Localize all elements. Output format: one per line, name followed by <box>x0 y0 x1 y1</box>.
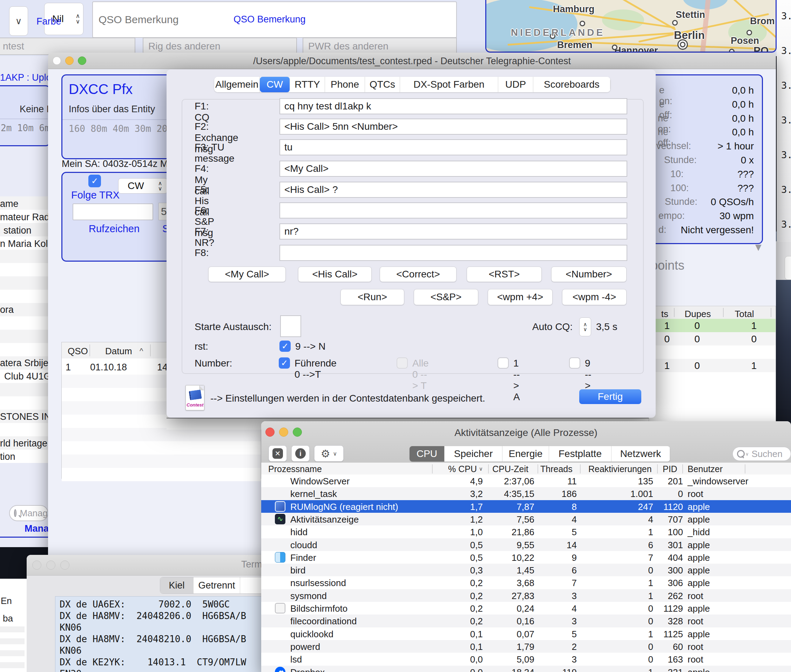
terminal-tab-getrennt[interactable]: Getrennt <box>193 577 240 594</box>
tab-dx-spot-farben[interactable]: DX-Spot Farben <box>400 77 498 92</box>
qso-remark-label[interactable]: QSO Bemerkung <box>233 14 306 25</box>
process-pid: 1125 <box>648 629 683 640</box>
field-input-f3[interactable] <box>280 139 627 155</box>
bands-small-label: 2m 10m 6m <box>1 123 50 133</box>
tab-cw[interactable]: CW <box>260 77 290 92</box>
column-header-reakt[interactable]: Reaktivierungen <box>588 464 652 474</box>
tab-phone[interactable]: Phone <box>325 77 365 92</box>
sort-indicator-icon[interactable]: ^ <box>139 347 143 356</box>
macro-button[interactable]: <RST> <box>467 267 542 282</box>
column-header-pid[interactable]: PID <box>663 464 678 474</box>
field-input-f2[interactable] <box>280 118 627 135</box>
list-item[interactable]: ame <box>0 198 19 210</box>
field-input-f1[interactable] <box>280 98 627 114</box>
am-tab-speicher[interactable]: Speicher <box>444 446 502 462</box>
column-header-benutzer[interactable]: Benutzer <box>687 464 722 474</box>
table-row[interactable] <box>649 346 775 359</box>
settings-menu-button[interactable]: ⚙ ∨ <box>314 445 344 462</box>
column-divider <box>150 344 151 356</box>
close-button[interactable] <box>32 560 42 570</box>
list-item[interactable]: rld heritage <box>0 438 47 449</box>
minimize-button[interactable] <box>65 56 74 65</box>
fertig-button[interactable]: Fertig <box>579 389 641 404</box>
field-input-f4[interactable] <box>280 161 627 177</box>
tab-allgemein[interactable]: Allgemein <box>214 77 260 92</box>
list-item[interactable]: ora <box>0 304 14 315</box>
field-input-f8[interactable] <box>280 245 627 261</box>
am-search-field[interactable]: ∨ Suchen <box>732 447 791 461</box>
manage-search-field[interactable]: Manag <box>9 505 48 521</box>
rst-checkbox[interactable]: ✓ <box>280 341 291 352</box>
quit-process-button[interactable]: ✕ <box>268 445 287 462</box>
column-header-cpuzeit[interactable]: CPU-Zeit <box>489 464 528 474</box>
map-panel[interactable]: HamburgStettinBromBremenBerlinPosenHanno… <box>485 0 777 53</box>
terminal-tab-kiel[interactable]: Kiel <box>160 577 193 594</box>
qso-col-header[interactable]: QSO <box>68 346 88 357</box>
column-header-threads[interactable]: Threads <box>540 464 572 474</box>
tab-rtty[interactable]: RTTY <box>290 77 325 92</box>
am-tab-festplatte[interactable]: Festplatte <box>549 446 612 462</box>
macro-button[interactable]: <His Call> <box>298 267 372 282</box>
am-tab-netzwerk[interactable]: Netzwerk <box>612 446 670 462</box>
field-input-f6[interactable] <box>280 202 627 219</box>
disclosure-triangle-icon[interactable]: ▼ <box>753 241 764 253</box>
number-option-checkbox[interactable] <box>569 357 580 369</box>
number-option-checkbox[interactable]: ✓ <box>279 357 290 369</box>
macro-button[interactable]: <Number> <box>551 267 626 282</box>
column-header-cpu[interactable]: % CPU <box>435 464 477 474</box>
mode-button[interactable]: <S&P> <box>414 289 478 305</box>
column-header-prozessname[interactable]: Prozessname <box>268 464 322 474</box>
zoom-button[interactable] <box>78 56 86 65</box>
close-button[interactable] <box>53 56 61 65</box>
zoom-button[interactable] <box>293 427 302 437</box>
field-label: F8: <box>195 247 209 259</box>
list-item[interactable]: n Maria Kol <box>0 238 48 250</box>
inspect-process-button[interactable]: i <box>291 445 310 462</box>
column-header[interactable]: Total <box>729 309 759 320</box>
mini-dropdown[interactable]: ∨ <box>9 6 28 36</box>
close-button[interactable] <box>265 427 275 437</box>
process-cpu: 3,2 <box>449 488 483 499</box>
datum-col-header[interactable]: Datum <box>105 346 132 357</box>
list-item[interactable]: mateur Rad <box>0 212 50 223</box>
list-item: ba <box>3 613 13 624</box>
list-item[interactable]: tion <box>0 451 16 462</box>
sort-chevron-icon[interactable]: ∨ <box>479 466 483 472</box>
tab-udp[interactable]: UDP <box>498 77 533 92</box>
macro-button[interactable]: <Correct> <box>380 267 457 282</box>
process-wakeups: 4 <box>611 514 653 525</box>
folge-trx-checkbox[interactable]: ✓ <box>88 174 101 187</box>
contest-icon-caption: Contest <box>187 402 203 408</box>
list-item[interactable]: STONES IN <box>0 411 51 422</box>
process-user: _windowserver <box>687 476 748 487</box>
column-header[interactable]: Dupes <box>684 309 712 320</box>
list-item[interactable]: station <box>3 225 32 236</box>
am-tab-cpu[interactable]: CPU <box>409 446 444 462</box>
number-option-checkbox[interactable] <box>497 357 509 369</box>
list-item[interactable]: Club 4U1G <box>4 371 51 382</box>
minimize-button[interactable] <box>46 560 55 570</box>
field-input-f5[interactable] <box>280 182 627 198</box>
farbe-label[interactable]: Farbe <box>37 16 61 27</box>
tab-qtcs[interactable]: QTCs <box>365 77 400 92</box>
auto-cq-stepper[interactable]: ∧∨ <box>579 317 591 336</box>
minimize-button[interactable] <box>279 427 288 437</box>
process-threads: 3 <box>542 654 577 665</box>
am-tab-energie[interactable]: Energie <box>502 446 549 462</box>
callsign-input[interactable] <box>73 203 153 220</box>
mode-button[interactable]: <Run> <box>340 289 404 305</box>
mode-button[interactable]: <wpm -4> <box>562 289 626 305</box>
list-item[interactable]: atera Srbije <box>0 358 48 369</box>
macro-button[interactable]: <My Call> <box>208 267 286 282</box>
mode-dropdown[interactable]: CW ∧∨ <box>118 178 168 194</box>
process-cpu: 0,1 <box>449 629 483 640</box>
column-header[interactable]: ts <box>656 309 668 320</box>
number-option-checkbox[interactable] <box>396 357 408 369</box>
field-input-f7[interactable] <box>280 223 627 240</box>
process-user: apple <box>687 565 710 576</box>
stat-value: > 1 hour <box>656 141 754 152</box>
zoom-button[interactable] <box>60 560 69 570</box>
starte-austausch-field[interactable] <box>280 315 301 337</box>
mode-button[interactable]: <wpm +4> <box>488 289 553 305</box>
tab-scoreboards[interactable]: Scoreboards <box>533 77 610 92</box>
